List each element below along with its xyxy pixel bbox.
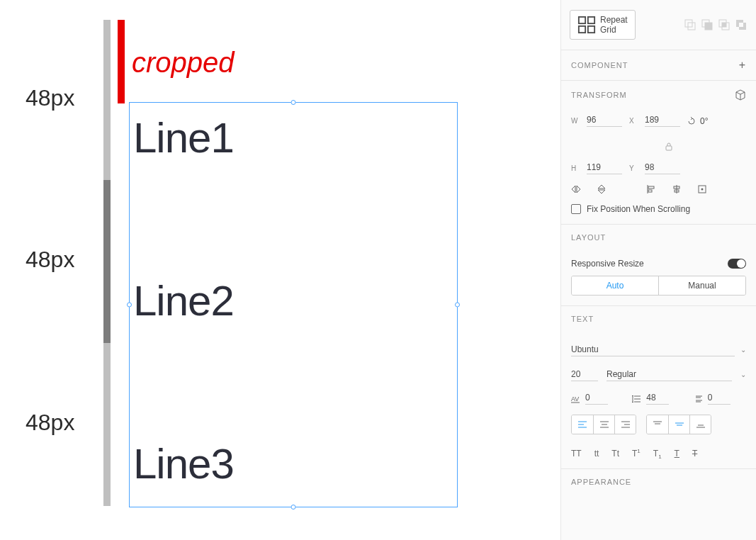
- resize-handle-right[interactable]: [455, 303, 460, 308]
- y-input[interactable]: 98: [645, 162, 680, 174]
- exclude-icon[interactable]: [735, 18, 747, 31]
- layout-mode-segment[interactable]: Auto Manual: [571, 276, 746, 296]
- boolean-ops-group: [684, 18, 747, 31]
- cropped-indicator-bar: [118, 20, 125, 103]
- resize-handle-left[interactable]: [127, 303, 132, 308]
- svg-rect-13: [739, 23, 743, 27]
- align-right-button[interactable]: [614, 415, 636, 434]
- layout-title: LAYOUT: [571, 233, 606, 242]
- svg-rect-0: [579, 17, 585, 23]
- h-label: H: [571, 164, 580, 172]
- char-spacing-field[interactable]: AV 0: [571, 393, 624, 405]
- line-spacing-field[interactable]: 48: [632, 393, 684, 405]
- chevron-down-icon[interactable]: ⌄: [740, 371, 746, 378]
- height-input[interactable]: 119: [587, 162, 622, 174]
- line-spacing-icon: [632, 395, 642, 403]
- svg-rect-16: [648, 186, 654, 189]
- chevron-down-icon[interactable]: ⌄: [740, 346, 746, 354]
- paragraph-spacing-icon: [694, 395, 704, 403]
- svg-text:AV: AV: [571, 395, 579, 403]
- align-full-icon[interactable]: [697, 184, 707, 194]
- ruler-label-2: 48px: [26, 247, 74, 273]
- rotation-input[interactable]: 0°: [687, 116, 723, 126]
- cropped-label: cropped: [132, 47, 235, 79]
- align-left-icon[interactable]: [646, 184, 656, 194]
- ruler-segment-2: [103, 180, 111, 343]
- union-icon[interactable]: [684, 18, 696, 31]
- char-spacing-icon: AV: [571, 395, 581, 403]
- repeat-grid-icon: [577, 16, 596, 34]
- design-canvas[interactable]: 48px 48px 48px cropped Line1 Line2 Line3: [0, 0, 560, 540]
- svg-rect-1: [588, 17, 594, 23]
- lowercase-button[interactable]: tt: [594, 449, 599, 459]
- svg-rect-2: [579, 26, 585, 33]
- text-align-group: [571, 415, 636, 434]
- responsive-resize-label: Responsive Resize: [571, 259, 644, 269]
- ruler-label-1: 48px: [26, 85, 74, 111]
- panel-top-toolbar: Repeat Grid: [561, 0, 756, 50]
- font-weight-select[interactable]: Regular: [607, 368, 732, 381]
- font-family-select[interactable]: Ubuntu: [571, 343, 735, 356]
- fix-position-label: Fix Position When Scrolling: [587, 204, 690, 214]
- text-transform-row: TT tt Tt T1 T1 T T: [571, 439, 746, 459]
- appearance-title: APPEARANCE: [571, 478, 631, 486]
- fix-position-checkbox[interactable]: [571, 204, 581, 214]
- align-center-icon[interactable]: [672, 184, 682, 194]
- layout-auto-option[interactable]: Auto: [572, 276, 658, 295]
- valign-top-button[interactable]: [647, 415, 668, 434]
- fix-position-row[interactable]: Fix Position When Scrolling: [571, 194, 746, 214]
- resize-handle-bottom[interactable]: [291, 505, 296, 510]
- text-body: Ubuntu ⌄ 20 Regular ⌄ AV 0 48 0: [561, 332, 756, 469]
- flip-horizontal-icon[interactable]: [571, 184, 581, 194]
- ruler-segment-1: [103, 20, 111, 180]
- layout-section-header: LAYOUT: [561, 225, 756, 250]
- ruler-segment-3: [103, 343, 111, 506]
- responsive-resize-toggle[interactable]: [728, 259, 746, 269]
- resize-handle-top[interactable]: [291, 100, 296, 105]
- superscript-button[interactable]: T1: [632, 449, 641, 459]
- uppercase-button[interactable]: TT: [571, 449, 582, 459]
- component-title: COMPONENT: [571, 61, 628, 69]
- vertical-align-group: [646, 415, 711, 434]
- lock-aspect-icon[interactable]: [665, 142, 672, 151]
- x-input[interactable]: 189: [645, 115, 680, 127]
- layout-section: LAYOUT Responsive Resize Auto Manual: [561, 225, 756, 306]
- svg-rect-3: [588, 26, 594, 33]
- svg-rect-10: [722, 23, 726, 27]
- w-label: W: [571, 117, 580, 125]
- text-title: TEXT: [571, 315, 594, 323]
- text-line-3[interactable]: Line3: [133, 439, 234, 488]
- intersect-icon[interactable]: [718, 18, 730, 31]
- valign-middle-button[interactable]: [668, 415, 689, 434]
- titlecase-button[interactable]: Tt: [611, 449, 619, 459]
- subtract-icon[interactable]: [701, 18, 713, 31]
- text-line-1[interactable]: Line1: [133, 113, 234, 162]
- x-label: X: [629, 117, 638, 125]
- subscript-button[interactable]: T1: [653, 449, 662, 459]
- align-center-button[interactable]: [593, 415, 614, 434]
- add-component-icon[interactable]: +: [739, 59, 746, 72]
- transform-section: TRANSFORM W 96 X 189 0° H 119 Y 98: [561, 81, 756, 225]
- ruler-label-3: 48px: [26, 410, 74, 436]
- font-size-input[interactable]: 20: [571, 368, 598, 381]
- width-input[interactable]: 96: [587, 115, 622, 127]
- layout-manual-option[interactable]: Manual: [658, 276, 745, 295]
- valign-bottom-button[interactable]: [689, 415, 711, 434]
- transform-body: W 96 X 189 0° H 119 Y 98: [561, 109, 756, 225]
- text-section: TEXT Ubuntu ⌄ 20 Regular ⌄ AV 0 48: [561, 306, 756, 469]
- svg-rect-17: [648, 190, 652, 192]
- svg-rect-5: [688, 23, 695, 30]
- component-section-header: COMPONENT +: [561, 50, 756, 81]
- rotate-icon: [687, 117, 696, 125]
- repeat-grid-button[interactable]: Repeat Grid: [570, 10, 636, 40]
- cube-3d-icon[interactable]: [735, 89, 746, 101]
- underline-button[interactable]: T: [675, 449, 679, 459]
- transform-section-header: TRANSFORM: [561, 81, 756, 109]
- paragraph-spacing-field[interactable]: 0: [694, 393, 746, 405]
- align-left-button[interactable]: [572, 415, 593, 434]
- strikethrough-button[interactable]: T: [692, 449, 697, 459]
- flip-align-row: [571, 174, 746, 194]
- text-line-2[interactable]: Line2: [133, 276, 234, 325]
- layout-body: Responsive Resize Auto Manual: [561, 250, 756, 306]
- flip-vertical-icon[interactable]: [597, 184, 607, 194]
